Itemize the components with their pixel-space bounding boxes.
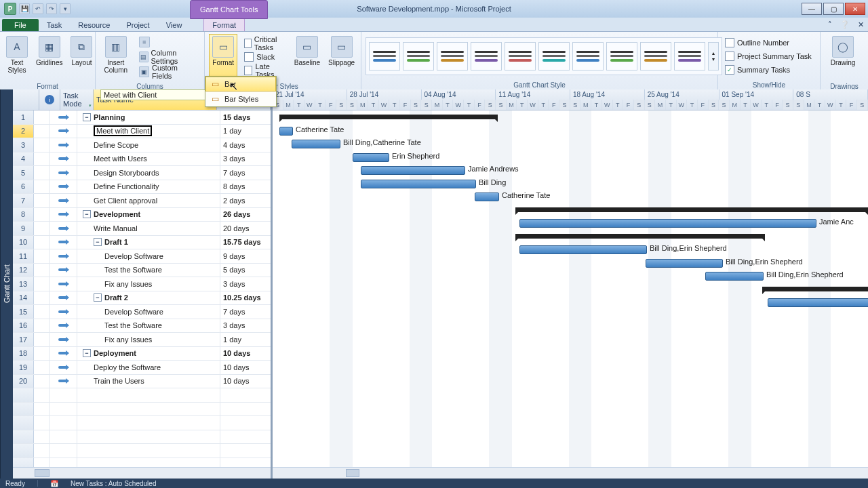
row-number[interactable]: 13 [13,277,34,291]
row-number[interactable]: 18 [13,347,34,361]
row-number[interactable]: 12 [13,264,34,277]
duration-cell[interactable]: 15 days [220,110,271,124]
gantt-style-item[interactable] [369,42,400,70]
row-number[interactable]: 7 [13,194,34,207]
row-number[interactable]: 11 [13,249,34,263]
sheet-h-scrollbar[interactable] [13,467,271,479]
task-bar[interactable] [519,245,647,254]
row-number[interactable]: 8 [13,208,34,222]
task-mode-cell[interactable] [50,277,77,291]
summary-bar[interactable] [279,115,498,119]
task-mode-cell[interactable] [50,236,77,249]
task-mode-cell[interactable] [50,347,77,361]
outline-toggle-icon[interactable]: − [83,349,91,357]
task-name-cell[interactable]: −Development [77,208,220,222]
duration-cell[interactable]: 15.75 days [220,236,271,249]
table-row[interactable]: 2Meet with Client1 day [13,125,271,139]
table-row[interactable]: 9Write Manual20 days [13,222,271,236]
task-name-cell[interactable]: −Planning [77,110,220,124]
gantt-style-item[interactable] [640,42,671,70]
task-mode-cell[interactable] [50,375,77,388]
task-mode-cell[interactable] [50,166,77,180]
outline-number-checkbox[interactable]: Outline Number [722,37,814,49]
task-mode-cell[interactable] [50,110,77,124]
ribbon-minimize-icon[interactable]: ˄ [824,18,836,31]
task-name-cell[interactable]: Fix any Issues [77,277,220,291]
task-mode-cell[interactable] [50,291,77,305]
format-dropdown-bar[interactable]: ▭Bar [205,77,276,92]
task-name-cell[interactable]: Develop Software [77,305,220,319]
custom-fields-button[interactable]: ▣Custom Fields [136,65,200,79]
task-bar[interactable] [353,153,389,162]
gantt-style-item[interactable] [572,42,604,70]
task-name-cell[interactable]: Get Client approval [77,194,220,207]
table-row[interactable]: 3Define Scope4 days [13,138,271,152]
task-mode-header[interactable]: Task Mode▾ [60,89,94,110]
duration-cell[interactable]: 8 days [220,180,271,194]
task-mode-cell[interactable] [50,361,77,374]
row-number[interactable]: 15 [13,305,34,319]
duration-cell[interactable]: 7 days [220,166,271,180]
duration-cell[interactable]: 1 day [220,125,271,138]
duration-cell[interactable]: 2 days [220,194,271,207]
table-row[interactable]: 19Deploy the Software10 days [13,361,271,375]
row-number[interactable]: 14 [13,291,34,305]
table-row[interactable]: 10−Draft 115.75 days [13,236,271,250]
task-name-cell[interactable]: −Deployment [77,347,220,361]
gantt-style-gallery[interactable]: ▴▾ [366,37,722,75]
task-name-cell[interactable]: Train the Users [77,375,220,388]
duration-cell[interactable]: 10 days [220,375,271,388]
gantt-style-item[interactable] [606,42,637,70]
close-button[interactable]: ✕ [845,3,865,15]
duration-cell[interactable]: 5 days [220,264,271,277]
minimize-button[interactable]: — [802,3,822,15]
duration-cell[interactable]: 10.25 days [220,291,271,305]
gantt-h-scrollbar[interactable] [273,467,868,479]
status-new-tasks-icon[interactable]: 📅 [50,480,58,487]
task-name-cell[interactable]: Meet with Users [77,152,220,166]
summary-bar[interactable] [515,234,765,239]
task-name-cell[interactable]: −Draft 1 [77,236,220,249]
duration-cell[interactable]: 7 days [220,305,271,319]
table-row[interactable]: 6Define Functionality8 days [13,180,271,195]
drawing-button[interactable]: ◯Drawing [825,34,861,80]
task-bar[interactable] [292,140,340,148]
task-name-cell[interactable]: Write Manual [77,222,220,235]
late-tasks-checkbox[interactable]: Late Tasks [241,64,288,77]
table-row[interactable]: 12Test the Software5 days [13,264,271,278]
summary-bar[interactable] [762,287,868,291]
summary-bar[interactable] [515,207,868,212]
text-styles-button[interactable]: AText Styles [4,34,30,80]
table-row[interactable]: 13Fix any Issues3 days [13,277,271,291]
task-mode-cell[interactable] [50,222,77,235]
gantt-style-item[interactable] [471,42,502,70]
task-bar[interactable] [519,219,816,228]
table-row[interactable]: 20Train the Users10 days [13,375,271,389]
task-mode-cell[interactable] [50,152,77,166]
table-row[interactable]: 7Get Client approval2 days [13,194,271,208]
format-dropdown-bar-styles[interactable]: ▭Bar Styles [205,92,276,106]
summary-tasks-checkbox[interactable]: ✓Summary Tasks [722,64,814,76]
align-left-button[interactable]: ≡ [136,35,200,49]
table-row[interactable]: 11Develop Software9 days [13,249,271,264]
task-name-cell[interactable]: −Draft 2 [77,291,220,305]
tab-project[interactable]: Project [118,19,157,31]
table-row[interactable]: 5Design Storyboards7 days [13,166,271,180]
task-mode-cell[interactable] [50,249,77,263]
duration-cell[interactable]: 3 days [220,152,271,166]
row-number[interactable]: 4 [13,152,34,166]
gallery-more-icon[interactable]: ▴▾ [708,42,719,70]
duration-cell[interactable]: 3 days [220,277,271,291]
outline-toggle-icon[interactable]: − [94,293,102,302]
layout-button[interactable]: ⧉Layout [68,34,94,80]
task-bar[interactable] [705,272,764,281]
row-number[interactable]: 6 [13,180,34,194]
outline-toggle-icon[interactable]: − [83,210,91,218]
task-bar[interactable] [361,180,476,188]
gridlines-button[interactable]: ▦Gridlines [34,34,64,80]
app-icon[interactable]: P [4,3,16,15]
row-number[interactable]: 2 [13,125,34,138]
task-name-cell[interactable]: Test the Software [77,264,220,277]
task-mode-cell[interactable] [50,264,77,277]
tab-resource[interactable]: Resource [70,19,118,31]
